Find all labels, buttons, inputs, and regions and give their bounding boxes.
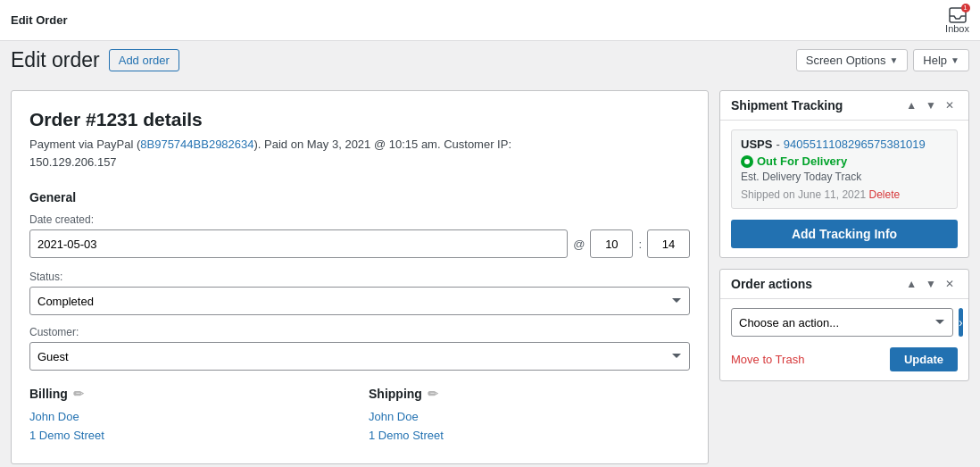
left-panel: Order #1231 details Payment via PayPal (… xyxy=(11,90,709,464)
order-actions-close[interactable]: ✕ xyxy=(942,277,958,291)
billing-street: 1 Demo Street xyxy=(29,427,351,446)
order-actions-header: Order actions ▲ ▼ ✕ xyxy=(720,270,968,299)
page-title-area: Edit order Add order xyxy=(11,48,179,72)
customer-label: Customer: xyxy=(29,326,690,338)
customer-select[interactable]: Guest xyxy=(29,342,690,371)
status-label: Out For Delivery xyxy=(757,154,847,168)
tracking-body: USPS - 9405511108296575381019 Out For De… xyxy=(720,121,968,257)
general-heading: General xyxy=(29,187,690,204)
subtitle-text1: Payment via PayPal ( xyxy=(29,138,140,151)
shipping-heading: Shipping xyxy=(369,387,422,401)
inbox-badge: 1 xyxy=(961,4,970,13)
customer-ip: 150.129.206.157 xyxy=(29,155,117,169)
shipped-on-text: Shipped on June 11, 2021 xyxy=(741,188,866,201)
help-label: Help xyxy=(923,54,947,67)
shipment-tracking-close[interactable]: ✕ xyxy=(942,98,958,113)
billing-heading: Billing xyxy=(29,387,68,401)
tracking-number-link[interactable]: 9405511108296575381019 xyxy=(784,138,926,151)
billing-shipping-row: Billing ✏ John Doe 1 Demo Street Shippin… xyxy=(29,387,690,446)
subtitle-text2: ). Paid on May 3, 2021 @ 10:15 am. Custo… xyxy=(254,138,512,151)
update-button[interactable]: Update xyxy=(890,347,958,371)
inbox-label: Inbox xyxy=(945,23,969,34)
screen-options-button[interactable]: Screen Options ▼ xyxy=(796,49,909,71)
main-layout: Order #1231 details Payment via PayPal (… xyxy=(0,79,980,467)
hour-input[interactable] xyxy=(590,229,633,258)
date-label: Date created: xyxy=(29,213,690,226)
shipment-tracking-collapse-up[interactable]: ▲ xyxy=(902,98,920,113)
right-panel: Shipment Tracking ▲ ▼ ✕ USPS - 940551110… xyxy=(719,90,969,381)
billing-col: Billing ✏ John Doe 1 Demo Street xyxy=(29,387,351,446)
billing-heading-row: Billing ✏ xyxy=(29,387,351,401)
billing-edit-icon[interactable]: ✏ xyxy=(73,387,84,401)
shipping-address: John Doe 1 Demo Street xyxy=(369,408,690,446)
shipment-tracking-collapse-down[interactable]: ▼ xyxy=(922,98,940,113)
shipment-tracking-title: Shipment Tracking xyxy=(731,98,843,113)
header-bar: Edit order Add order Screen Options ▼ He… xyxy=(0,41,980,79)
colon: : xyxy=(638,238,642,251)
minute-input[interactable] xyxy=(647,229,690,258)
shipping-col: Shipping ✏ John Doe 1 Demo Street xyxy=(369,387,690,446)
delivery-estimate: Est. Delivery Today Track xyxy=(741,171,948,183)
billing-address: John Doe 1 Demo Street xyxy=(29,408,351,446)
order-title: Order #1231 details xyxy=(29,109,690,130)
shipment-tracking-header: Shipment Tracking ▲ ▼ ✕ xyxy=(720,91,968,121)
shipment-tracking-controls: ▲ ▼ ✕ xyxy=(902,98,958,113)
admin-bar: Edit Order 1 Inbox xyxy=(0,0,980,41)
help-button[interactable]: Help ▼ xyxy=(913,49,969,71)
action-select-row: Choose an action... Email invoice / orde… xyxy=(731,308,958,337)
status-label: Status: xyxy=(29,271,690,283)
status-dot-icon xyxy=(741,155,753,168)
order-actions-controls: ▲ ▼ ✕ xyxy=(902,277,958,291)
move-to-trash-link[interactable]: Move to Trash xyxy=(731,353,804,366)
order-subtitle: Payment via PayPal (8B975744BB2982634). … xyxy=(29,136,690,171)
action-go-button[interactable]: › xyxy=(959,308,963,337)
date-input[interactable] xyxy=(29,229,568,258)
shipped-line: Shipped on June 11, 2021 Delete xyxy=(741,188,948,201)
shipping-heading-row: Shipping ✏ xyxy=(369,387,690,401)
tracking-provider-row: USPS - 9405511108296575381019 xyxy=(741,138,948,151)
order-actions-card: Order actions ▲ ▼ ✕ Choose an action... … xyxy=(719,269,969,381)
delete-tracking-link[interactable]: Delete xyxy=(868,188,900,201)
shipping-street: 1 Demo Street xyxy=(369,427,690,446)
screen-options-label: Screen Options xyxy=(806,54,886,67)
shipping-edit-icon[interactable]: ✏ xyxy=(428,387,438,401)
action-select[interactable]: Choose an action... Email invoice / orde… xyxy=(731,308,953,337)
inbox-icon: 1 xyxy=(949,7,967,23)
help-arrow: ▼ xyxy=(951,55,959,65)
page-title: Edit order xyxy=(11,48,100,72)
billing-name: John Doe xyxy=(29,408,351,427)
shipment-tracking-card: Shipment Tracking ▲ ▼ ✕ USPS - 940551110… xyxy=(719,90,969,258)
tracking-row: USPS - 9405511108296575381019 Out For De… xyxy=(731,129,958,209)
add-order-button[interactable]: Add order xyxy=(109,49,179,71)
status-select[interactable]: Completed Pending payment Processing On … xyxy=(29,287,690,315)
header-buttons: Screen Options ▼ Help ▼ xyxy=(796,49,969,71)
screen-options-arrow: ▼ xyxy=(889,55,898,65)
shipping-name: John Doe xyxy=(369,408,690,427)
order-actions-collapse-down[interactable]: ▼ xyxy=(922,277,940,291)
inbox-button[interactable]: 1 Inbox xyxy=(945,7,969,34)
date-time-row: @ : xyxy=(29,229,690,258)
tracking-status: Out For Delivery xyxy=(741,154,948,168)
paypal-link[interactable]: 8B975744BB2982634 xyxy=(140,138,253,151)
provider-label: USPS xyxy=(741,138,772,151)
tracking-dash: - xyxy=(776,138,779,151)
order-actions-title: Order actions xyxy=(731,277,812,291)
order-actions-footer: Move to Trash Update xyxy=(731,347,958,371)
order-actions-body: Choose an action... Email invoice / orde… xyxy=(720,299,968,380)
at-sign: @ xyxy=(573,238,585,251)
add-tracking-button[interactable]: Add Tracking Info xyxy=(731,220,958,248)
admin-bar-title: Edit Order xyxy=(11,13,68,27)
order-actions-collapse-up[interactable]: ▲ xyxy=(902,277,920,291)
